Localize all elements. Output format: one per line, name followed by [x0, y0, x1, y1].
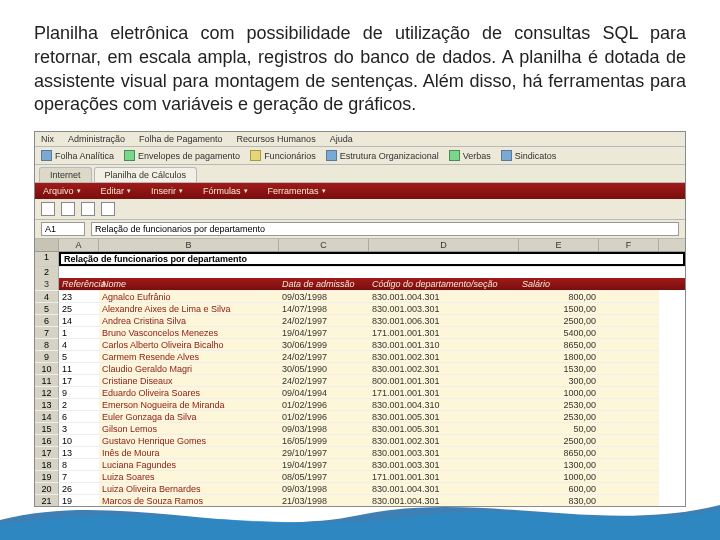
- col-d[interactable]: D: [369, 239, 519, 251]
- cell-salary[interactable]: 830,00: [519, 494, 599, 506]
- cell-spare[interactable]: [599, 482, 659, 494]
- row-number[interactable]: 20: [35, 482, 59, 494]
- cell-date[interactable]: 24/02/1997: [279, 314, 369, 326]
- cell-name[interactable]: Claudio Geraldo Magri: [99, 362, 279, 374]
- cell-salary[interactable]: 300,00: [519, 374, 599, 386]
- row-number[interactable]: 8: [35, 338, 59, 350]
- cell-date[interactable]: 14/07/1998: [279, 302, 369, 314]
- cell-salary[interactable]: 2530,00: [519, 410, 599, 422]
- row-number[interactable]: 1: [35, 252, 59, 266]
- cell-salary[interactable]: 2500,00: [519, 314, 599, 326]
- row-number[interactable]: 2: [35, 266, 59, 278]
- cell-name[interactable]: Luciana Fagundes: [99, 458, 279, 470]
- cell-ref[interactable]: 7: [59, 470, 99, 482]
- cell-spare[interactable]: [599, 362, 659, 374]
- sm-formulas[interactable]: Fórmulas▾: [203, 186, 248, 196]
- cell-ref[interactable]: 26: [59, 482, 99, 494]
- formula-value[interactable]: Relação de funcionarios por departamento: [91, 222, 679, 236]
- row-number[interactable]: 3: [35, 278, 59, 290]
- cell-ref[interactable]: 1: [59, 326, 99, 338]
- cell-name[interactable]: Luiza Soares: [99, 470, 279, 482]
- tab-planilha[interactable]: Planilha de Cálculos: [94, 167, 198, 182]
- tb-verbas[interactable]: Verbas: [449, 150, 491, 161]
- cell-dept[interactable]: 800.001.001.301: [369, 374, 519, 386]
- cell-name[interactable]: Inês de Moura: [99, 446, 279, 458]
- cell-date[interactable]: 09/04/1994: [279, 386, 369, 398]
- cell-date[interactable]: 24/02/1997: [279, 350, 369, 362]
- cell-spare[interactable]: [599, 350, 659, 362]
- cell-spare[interactable]: [599, 446, 659, 458]
- cell-ref[interactable]: 14: [59, 314, 99, 326]
- cell-date[interactable]: 19/04/1997: [279, 458, 369, 470]
- cell-reference-box[interactable]: A1: [41, 222, 85, 236]
- cell-dept[interactable]: 830.001.004.301: [369, 482, 519, 494]
- row-number[interactable]: 17: [35, 446, 59, 458]
- cell-date[interactable]: 29/10/1997: [279, 446, 369, 458]
- cell-date[interactable]: 09/03/1998: [279, 422, 369, 434]
- row-number[interactable]: 19: [35, 470, 59, 482]
- cell-ref[interactable]: 8: [59, 458, 99, 470]
- col-e[interactable]: E: [519, 239, 599, 251]
- tab-internet[interactable]: Internet: [39, 167, 92, 182]
- cell-dept[interactable]: 830.001.005.301: [369, 422, 519, 434]
- cell-ref[interactable]: 9: [59, 386, 99, 398]
- cell-ref[interactable]: 17: [59, 374, 99, 386]
- cell-dept[interactable]: 830.001.004.310: [369, 398, 519, 410]
- cell-ref[interactable]: 10: [59, 434, 99, 446]
- cell-date[interactable]: 09/03/1998: [279, 290, 369, 302]
- cell-date[interactable]: 01/02/1996: [279, 398, 369, 410]
- cell-ref[interactable]: 5: [59, 350, 99, 362]
- cell-spare[interactable]: [599, 338, 659, 350]
- row-number[interactable]: 15: [35, 422, 59, 434]
- cell-name[interactable]: Eduardo Oliveira Soares: [99, 386, 279, 398]
- cell-ref[interactable]: 4: [59, 338, 99, 350]
- row-number[interactable]: 10: [35, 362, 59, 374]
- cell-name[interactable]: Gustavo Henrique Gomes: [99, 434, 279, 446]
- row-number[interactable]: 18: [35, 458, 59, 470]
- cell-spare[interactable]: [599, 386, 659, 398]
- cell-spare[interactable]: [599, 410, 659, 422]
- cell-ref[interactable]: 6: [59, 410, 99, 422]
- cell-dept[interactable]: 830.001.003.301: [369, 446, 519, 458]
- row-number[interactable]: 6: [35, 314, 59, 326]
- cell-name[interactable]: Alexandre Aixes de Lima e Silva: [99, 302, 279, 314]
- tb-funcionarios[interactable]: Funcionários: [250, 150, 316, 161]
- cell-dept[interactable]: 830.001.002.301: [369, 350, 519, 362]
- cell-salary[interactable]: 1000,00: [519, 470, 599, 482]
- cell-dept[interactable]: 171.001.001.301: [369, 386, 519, 398]
- cell-salary[interactable]: 1530,00: [519, 362, 599, 374]
- cell-salary[interactable]: 50,00: [519, 422, 599, 434]
- cell-name[interactable]: Carlos Alberto Oliveira Bicalho: [99, 338, 279, 350]
- cell-salary[interactable]: 1300,00: [519, 458, 599, 470]
- cell-date[interactable]: 19/04/1997: [279, 326, 369, 338]
- new-icon[interactable]: [41, 202, 55, 216]
- cell-date[interactable]: 21/03/1998: [279, 494, 369, 506]
- cell-salary[interactable]: 2530,00: [519, 398, 599, 410]
- sm-editar[interactable]: Editar▾: [101, 186, 132, 196]
- cell-dept[interactable]: 830.001.002.301: [369, 434, 519, 446]
- cell-date[interactable]: 08/05/1997: [279, 470, 369, 482]
- print-icon[interactable]: [81, 202, 95, 216]
- cell-salary[interactable]: 600,00: [519, 482, 599, 494]
- font-icon[interactable]: [101, 202, 115, 216]
- tb-envelopes[interactable]: Envelopes de pagamento: [124, 150, 240, 161]
- row-number[interactable]: 16: [35, 434, 59, 446]
- cell-dept[interactable]: 830.001.004.301: [369, 290, 519, 302]
- cell-spare[interactable]: [599, 314, 659, 326]
- row-number[interactable]: 7: [35, 326, 59, 338]
- cell-spare[interactable]: [599, 374, 659, 386]
- row-number[interactable]: 12: [35, 386, 59, 398]
- menu-ajuda[interactable]: Ajuda: [330, 134, 353, 144]
- cell-name[interactable]: Luiza Oliveira Bernardes: [99, 482, 279, 494]
- cell-spare[interactable]: [599, 326, 659, 338]
- cell-salary[interactable]: 1000,00: [519, 386, 599, 398]
- cell-spare[interactable]: [599, 470, 659, 482]
- cell-spare[interactable]: [599, 458, 659, 470]
- cell-spare[interactable]: [599, 494, 659, 506]
- cell-salary[interactable]: 8650,00: [519, 446, 599, 458]
- cell-dept[interactable]: 830.001.006.301: [369, 314, 519, 326]
- cell-ref[interactable]: 23: [59, 290, 99, 302]
- empty-cell[interactable]: [59, 266, 685, 278]
- cell-name[interactable]: Agnalco Eufrânio: [99, 290, 279, 302]
- row-number[interactable]: 4: [35, 290, 59, 302]
